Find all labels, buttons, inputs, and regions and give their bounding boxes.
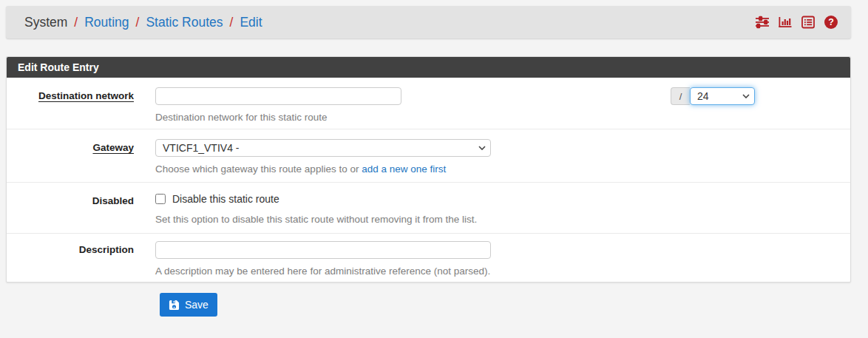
panel-title: Edit Route Entry: [7, 57, 850, 78]
related-status-chart-icon[interactable]: [778, 15, 793, 30]
breadcrumb-separator: /: [136, 15, 140, 30]
save-floppy-icon: [169, 300, 180, 311]
help-question-icon[interactable]: ?: [824, 15, 838, 30]
related-log-list-icon[interactable]: [801, 15, 816, 30]
destination-network-input[interactable]: [155, 87, 401, 105]
destination-network-label: Destination network: [7, 87, 134, 124]
breadcrumb-bar: System / Routing / Static Routes / Edit: [6, 6, 851, 38]
gateway-select[interactable]: VTICF1_VTIV4 -: [155, 139, 491, 157]
gateway-label: Gateway: [7, 139, 134, 175]
breadcrumb-separator: /: [230, 15, 234, 30]
disabled-label: Disabled: [7, 192, 134, 226]
related-settings-sliders-icon[interactable]: [755, 15, 770, 30]
description-row: Description A description may be entered…: [7, 234, 850, 282]
header-shortcut-icons: ?: [755, 15, 838, 30]
svg-text:?: ?: [828, 17, 834, 27]
gateway-help-text: Choose which gateway this route applies …: [155, 163, 362, 175]
static-route-edit-page: System / Routing / Static Routes / Edit: [0, 0, 868, 338]
breadcrumb-system: System: [24, 15, 67, 30]
breadcrumb-link-edit[interactable]: Edit: [240, 15, 262, 30]
gateway-row: Gateway VTICF1_VTIV4 - Choose which gate…: [7, 129, 850, 183]
description-label: Description: [7, 241, 134, 277]
subnet-mask-group: / 24: [671, 87, 755, 105]
add-gateway-link[interactable]: add a new one first: [362, 163, 446, 175]
edit-route-entry-panel: Edit Route Entry Destination network / 2…: [6, 56, 851, 283]
destination-network-row: Destination network / 24: [7, 78, 850, 129]
gateway-control: VTICF1_VTIV4 - Choose which gateway this…: [155, 139, 850, 175]
disabled-row: Disabled Disable this static route Set t…: [7, 183, 850, 234]
breadcrumb-separator: /: [74, 15, 78, 30]
disabled-help: Set this option to disable this static r…: [155, 213, 850, 226]
subnet-mask-separator: /: [671, 87, 690, 105]
subnet-mask-select[interactable]: 24: [690, 87, 755, 105]
breadcrumb-link-routing[interactable]: Routing: [84, 15, 129, 30]
breadcrumb: System / Routing / Static Routes / Edit: [24, 15, 262, 30]
disable-route-checkbox[interactable]: [155, 194, 166, 204]
description-help: A description may be entered here for ad…: [155, 265, 850, 277]
description-control: A description may be entered here for ad…: [155, 241, 850, 277]
save-button-label: Save: [185, 299, 208, 311]
gateway-help: Choose which gateway this route applies …: [155, 163, 850, 175]
panel-body: Destination network / 24: [7, 78, 850, 282]
form-actions: Save: [6, 293, 217, 317]
breadcrumb-link-static-routes[interactable]: Static Routes: [146, 15, 223, 30]
disable-route-checkbox-label[interactable]: Disable this static route: [172, 193, 279, 205]
save-button[interactable]: Save: [160, 293, 217, 317]
description-input[interactable]: [155, 241, 491, 259]
destination-network-help: Destination network for this static rout…: [155, 111, 850, 124]
destination-network-control: / 24 Destination network for th: [155, 87, 850, 124]
disabled-control: Disable this static route Set this optio…: [155, 192, 850, 226]
